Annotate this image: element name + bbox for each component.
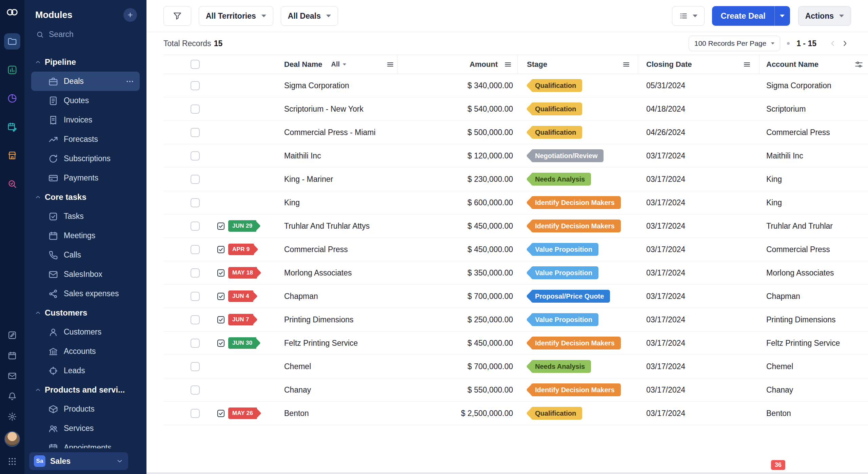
more-options-icon[interactable] [125, 77, 134, 86]
territory-filter-dropdown[interactable]: All Territories [199, 6, 273, 26]
horizontal-scrollbar[interactable] [146, 472, 868, 474]
create-deal-dropdown-button[interactable] [774, 6, 790, 26]
row-checkbox[interactable] [191, 315, 200, 324]
sidebar-section-products-and-servi[interactable]: Products and servi... [24, 380, 146, 399]
sidebar-item-payments[interactable]: Payments [31, 168, 140, 188]
deal-name-link[interactable]: Morlong Associates [284, 268, 352, 278]
row-checkbox[interactable] [191, 105, 200, 114]
sidebar-item-subscriptions[interactable]: Subscriptions [31, 149, 140, 168]
rail-app-grid-icon[interactable] [6, 456, 18, 467]
sidebar-item-meetings[interactable]: Meetings [31, 226, 140, 245]
rail-insights-search-icon[interactable] [4, 176, 20, 192]
row-checkbox[interactable] [191, 339, 200, 348]
previous-page-button[interactable] [827, 39, 839, 48]
table-row[interactable]: JUN 29Truhlar And Truhlar Attys$ 450,000… [163, 214, 868, 238]
view-filter-dropdown[interactable]: All Deals [281, 6, 338, 26]
actions-dropdown[interactable]: Actions [798, 6, 851, 26]
column-menu-icon[interactable] [622, 60, 630, 69]
records-per-page-dropdown[interactable]: 100 Records Per Page [689, 36, 780, 51]
sidebar-item-tasks[interactable]: Tasks [31, 207, 140, 226]
table-row[interactable]: King - Mariner$ 230,000.00Needs Analysis… [163, 168, 868, 191]
table-row[interactable]: Maithili Inc$ 120,000.00Negotiation/Revi… [163, 144, 868, 168]
sidebar-item-products[interactable]: Products [31, 399, 140, 419]
user-avatar[interactable] [4, 431, 20, 447]
sidebar-item-invoices[interactable]: Invoices [31, 110, 140, 130]
deal-name-link[interactable]: King [284, 198, 300, 207]
table-row[interactable]: Chanay$ 550,000.00Identify Decision Make… [163, 378, 868, 402]
sidebar-item-services[interactable]: Services [31, 419, 140, 438]
deal-name-link[interactable]: Maithili Inc [284, 151, 321, 160]
row-checkbox[interactable] [191, 222, 200, 231]
column-menu-icon[interactable] [386, 60, 394, 69]
table-row[interactable]: Commercial Press - Miami$ 500,000.00Qual… [163, 121, 868, 144]
column-menu-icon[interactable] [743, 60, 751, 69]
sidebar-item-sales-expenses[interactable]: Sales expenses [31, 284, 140, 303]
table-row[interactable]: Chemel$ 700,000.00Needs Analysis03/17/20… [163, 355, 868, 378]
sidebar-item-leads[interactable]: Leads [31, 361, 140, 380]
deal-name-link[interactable]: Truhlar And Truhlar Attys [284, 222, 370, 231]
sidebar-item-calls[interactable]: Calls [31, 245, 140, 265]
sidebar-section-pipeline[interactable]: Pipeline [24, 53, 146, 72]
rail-calendar-icon[interactable] [6, 350, 18, 361]
create-deal-button[interactable]: Create Deal [712, 6, 774, 26]
row-checkbox[interactable] [191, 292, 200, 301]
rail-marketplace-icon[interactable] [4, 147, 20, 164]
table-row[interactable]: King$ 600,000.00Identify Decision Makers… [163, 191, 868, 214]
deal-name-link[interactable]: Commercial Press - Miami [284, 128, 376, 137]
deal-name-link[interactable]: King - Mariner [284, 175, 333, 184]
sidebar-item-customers[interactable]: Customers [31, 322, 140, 342]
add-module-button[interactable] [123, 8, 137, 22]
org-selector[interactable]: Sa Sales [29, 452, 128, 470]
row-checkbox[interactable] [191, 409, 200, 418]
table-row[interactable]: JUN 7Printing Dimensions$ 250,000.00Valu… [163, 308, 868, 331]
table-row[interactable]: Scriptorium - New York$ 540,000.00Qualif… [163, 97, 868, 121]
deal-name-link[interactable]: Chapman [284, 292, 318, 301]
row-checkbox[interactable] [191, 198, 200, 207]
deal-name-link[interactable]: Printing Dimensions [284, 315, 354, 324]
rail-reports-icon[interactable] [4, 90, 20, 107]
deal-name-link[interactable]: Benton [284, 409, 309, 418]
deal-name-link[interactable]: Scriptorium - New York [284, 105, 363, 114]
rail-settings-icon[interactable] [6, 411, 18, 422]
sidebar-item-accounts[interactable]: Accounts [31, 342, 140, 361]
rail-modules-icon[interactable] [4, 33, 20, 50]
sidebar-item-forecasts[interactable]: Forecasts [31, 130, 140, 149]
sidebar-section-core-tasks[interactable]: Core tasks [24, 188, 146, 207]
sidebar-search[interactable]: Search [24, 24, 146, 44]
row-checkbox[interactable] [191, 81, 200, 90]
column-settings-icon[interactable] [854, 60, 863, 69]
table-row[interactable]: Sigma Corporation$ 340,000.00Qualificati… [163, 74, 868, 97]
rail-planner-icon[interactable] [4, 119, 20, 135]
row-checkbox[interactable] [191, 128, 200, 137]
row-checkbox[interactable] [191, 268, 200, 278]
table-row[interactable]: JUN 4Chapman$ 700,000.00Proposal/Price Q… [163, 285, 868, 308]
select-all-checkbox[interactable] [191, 60, 200, 69]
row-checkbox[interactable] [191, 385, 200, 395]
table-row[interactable]: MAY 26Benton$ 2,500,000.00Qualification0… [163, 402, 868, 425]
row-checkbox[interactable] [191, 151, 200, 160]
deal-name-link[interactable]: Feltz Printing Service [284, 339, 358, 348]
filter-button[interactable] [163, 6, 191, 26]
rail-analytics-icon[interactable] [4, 62, 20, 78]
deal-name-filter-dropdown[interactable]: All [331, 60, 347, 68]
sidebar-item-quotes[interactable]: Quotes [31, 91, 140, 110]
sidebar-item-deals[interactable]: Deals [31, 72, 140, 91]
row-checkbox[interactable] [191, 245, 200, 254]
rail-notifications-icon[interactable] [6, 391, 18, 402]
sidebar-section-customers[interactable]: Customers [24, 303, 146, 322]
rail-mail-icon[interactable] [6, 370, 18, 382]
next-page-button[interactable] [839, 39, 851, 48]
view-type-selector[interactable] [672, 6, 705, 26]
column-menu-icon[interactable] [504, 60, 512, 69]
row-checkbox[interactable] [191, 362, 200, 371]
sidebar-item-salesinbox[interactable]: SalesInbox [31, 265, 140, 284]
deal-name-link[interactable]: Sigma Corporation [284, 81, 349, 90]
rail-compose-icon[interactable] [6, 329, 18, 341]
table-row[interactable]: MAY 18Morlong Associates$ 350,000.00Valu… [163, 261, 868, 285]
table-row[interactable]: JUN 30Feltz Printing Service$ 450,000.00… [163, 331, 868, 355]
deal-name-link[interactable]: Chanay [284, 385, 311, 395]
table-row[interactable]: APR 9Commercial Press$ 450,000.00Value P… [163, 238, 868, 261]
deal-name-link[interactable]: Chemel [284, 362, 311, 371]
row-checkbox[interactable] [191, 175, 200, 184]
deal-name-link[interactable]: Commercial Press [284, 245, 348, 254]
